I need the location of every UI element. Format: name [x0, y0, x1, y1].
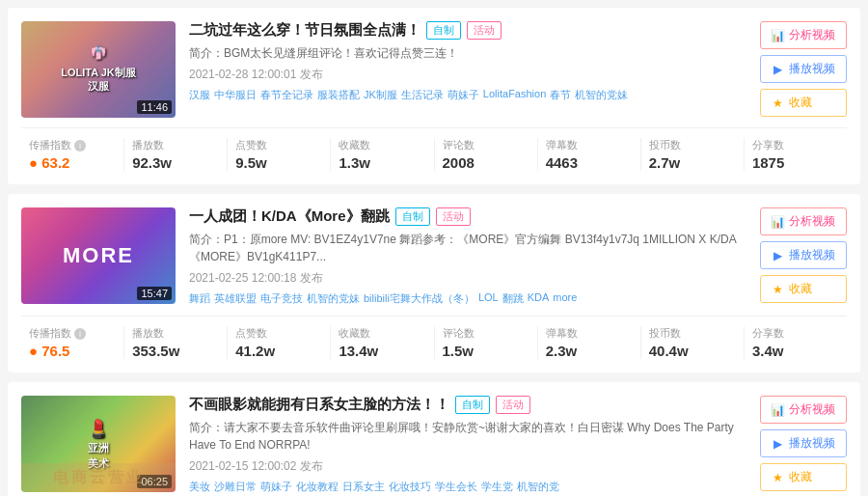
analyze-btn-3[interactable]: 📊 分析视频 [760, 396, 847, 424]
analyze-btn-1[interactable]: 📊 分析视频 [760, 21, 847, 49]
stat-label-danmu-1: 弹幕数 [546, 138, 578, 152]
tag-3-0[interactable]: 美妆 [189, 480, 210, 494]
tag-3-7[interactable]: 学生党 [481, 480, 513, 494]
thumbnail-2[interactable]: MORE 15:47 [21, 207, 176, 304]
stat-label-like-2: 点赞数 [235, 326, 267, 341]
video-desc-2: 简介：P1：原more MV: BV1EZ4y1V7ne 舞蹈参考：《MORE》… [189, 231, 746, 265]
stat-share-1: 分享数 1875 [745, 138, 847, 171]
video-main-1: 👘 LOLITA JK制服 汉服 11:46 二坑过年这么穿！节日氛围全点满！ … [21, 21, 847, 118]
tag-3-3[interactable]: 化妆教程 [296, 480, 339, 494]
stat-label-share-1: 分享数 [752, 138, 784, 152]
tag-3-1[interactable]: 沙雕日常 [214, 480, 257, 494]
main-container: 👘 LOLITA JK制服 汉服 11:46 二坑过年这么穿！节日氛围全点满！ … [0, 0, 868, 496]
duration-1: 11:46 [137, 100, 172, 114]
badge-self-1: 自制 [426, 21, 461, 40]
stat-value-play-1: 92.3w [132, 154, 172, 171]
tag-1-1[interactable]: 中华服日 [214, 88, 257, 102]
stat-value-comment-1: 2008 [443, 154, 475, 171]
video-actions-2: 📊 分析视频 ▶ 播放视频 ★ 收藏 [760, 207, 847, 306]
title-row-1: 二坑过年这么穿！节日氛围全点满！ 自制 活动 [189, 21, 746, 40]
tag-1-6[interactable]: 萌妹子 [448, 88, 479, 102]
stat-value-fav-1: 1.3w [339, 154, 370, 171]
play-icon-1: ▶ [771, 63, 784, 76]
tag-2-5[interactable]: LOL [478, 291, 499, 306]
tag-1-0[interactable]: 汉服 [189, 88, 210, 102]
video-tags-2: 舞蹈 英雄联盟 电子竞技 机智的党妹 bilibili宅舞大作战（冬） LOL … [189, 291, 746, 306]
tag-1-4[interactable]: JK制服 [364, 88, 397, 102]
tag-2-1[interactable]: 英雄联盟 [214, 291, 257, 306]
tag-1-5[interactable]: 生活记录 [401, 88, 444, 102]
stat-value-coin-1: 2.7w [649, 154, 681, 171]
tag-3-8[interactable]: 机智的党 [517, 480, 559, 494]
stat-propagation-1: 传播指数 i ● 63.2 [21, 138, 124, 171]
tag-1-9[interactable]: 机智的党妹 [575, 88, 628, 102]
thumbnail-1[interactable]: 👘 LOLITA JK制服 汉服 11:46 [21, 21, 176, 118]
tag-3-2[interactable]: 萌妹子 [260, 480, 292, 494]
info-icon-prop-1[interactable]: i [74, 140, 86, 152]
stat-label-coin-1: 投币数 [649, 138, 681, 152]
play-icon-2: ▶ [771, 249, 784, 262]
tag-2-7[interactable]: KDA [528, 291, 550, 306]
video-main-2: MORE 15:47 一人成团！K/DA《More》翻跳 自制 活动 简介：P1… [21, 207, 847, 306]
video-main-3: 💄 亚洲 美术 06:25 电商云营业 不画眼影就能拥有日系女主脸的方法！！ 自… [21, 396, 847, 494]
tag-1-3[interactable]: 服装搭配 [317, 88, 360, 102]
stat-play-1: 播放数 92.3w [124, 138, 228, 171]
tag-1-2[interactable]: 春节全记录 [260, 88, 313, 102]
video-title-1: 二坑过年这么穿！节日氛围全点满！ [189, 21, 420, 40]
stat-value-like-1: 9.5w [235, 154, 267, 171]
tag-3-5[interactable]: 化妆技巧 [389, 480, 431, 494]
stat-fav-1: 收藏数 1.3w [331, 138, 434, 171]
stat-value-fav-2: 13.4w [339, 343, 378, 359]
tag-2-4[interactable]: bilibili宅舞大作战（冬） [364, 291, 475, 306]
tag-1-8[interactable]: 春节 [550, 88, 571, 102]
tag-2-6[interactable]: 翻跳 [502, 291, 524, 306]
stat-danmu-1: 弹幕数 4463 [538, 138, 641, 171]
tag-1-7[interactable]: LolitaFashion [483, 88, 546, 102]
stat-fav-2: 收藏数 13.4w [331, 326, 434, 359]
stat-comment-1: 评论数 2008 [435, 138, 538, 171]
info-icon-prop-2[interactable]: i [74, 328, 86, 340]
badge-active-3: 活动 [496, 396, 530, 414]
stat-value-play-2: 353.5w [132, 343, 179, 359]
tag-2-0[interactable]: 舞蹈 [189, 291, 210, 306]
stat-comment-2: 评论数 1.5w [435, 326, 538, 359]
video-date-3: 2021-02-15 12:00:02 发布 [189, 458, 746, 475]
stat-play-2: 播放数 353.5w [124, 326, 228, 359]
collect-btn-2[interactable]: ★ 收藏 [760, 275, 847, 303]
chart-icon-3: 📊 [771, 403, 784, 417]
play-btn-3[interactable]: ▶ 播放视频 [760, 429, 847, 457]
tag-2-3[interactable]: 机智的党妹 [307, 291, 360, 306]
star-icon-2: ★ [771, 283, 784, 296]
video-card-1: 👘 LOLITA JK制服 汉服 11:46 二坑过年这么穿！节日氛围全点满！ … [8, 8, 860, 184]
play-btn-1[interactable]: ▶ 播放视频 [760, 55, 847, 83]
video-title-2: 一人成团！K/DA《More》翻跳 [189, 207, 390, 226]
stat-value-like-2: 41.2w [235, 343, 275, 359]
collect-btn-1[interactable]: ★ 收藏 [760, 89, 847, 117]
collect-btn-3[interactable]: ★ 收藏 [760, 463, 847, 491]
stat-value-danmu-1: 4463 [546, 154, 578, 171]
video-card-3: 💄 亚洲 美术 06:25 电商云营业 不画眼影就能拥有日系女主脸的方法！！ 自… [8, 382, 860, 496]
video-tags-3: 美妆 沙雕日常 萌妹子 化妆教程 日系女主 化妆技巧 学生会长 学生党 机智的党 [189, 480, 746, 494]
stats-row-2: 传播指数 i ● 76.5 播放数 353.5w 点赞数 41.2w 收藏数 1… [21, 316, 847, 359]
tag-2-2[interactable]: 电子竞技 [260, 291, 303, 306]
stat-label-play-1: 播放数 [132, 138, 164, 152]
play-icon-3: ▶ [771, 437, 784, 451]
badge-self-2: 自制 [395, 207, 430, 226]
video-info-2: 一人成团！K/DA《More》翻跳 自制 活动 简介：P1：原more MV: … [189, 207, 746, 306]
stat-label-share-2: 分享数 [752, 326, 784, 341]
tag-2-8[interactable]: more [553, 291, 577, 306]
stat-label-prop-2: 传播指数 i [29, 326, 86, 341]
video-actions-3: 📊 分析视频 ▶ 播放视频 ★ 收藏 [760, 396, 847, 494]
thumbnail-3[interactable]: 💄 亚洲 美术 06:25 电商云营业 [21, 396, 176, 492]
stat-value-coin-2: 40.4w [649, 343, 689, 359]
star-icon-3: ★ [771, 471, 784, 484]
stat-like-1: 点赞数 9.5w [228, 138, 331, 171]
stat-value-prop-2: ● 76.5 [29, 343, 69, 359]
tag-3-4[interactable]: 日系女主 [342, 480, 385, 494]
chart-icon-1: 📊 [771, 29, 784, 42]
play-btn-2[interactable]: ▶ 播放视频 [760, 241, 847, 269]
analyze-btn-2[interactable]: 📊 分析视频 [760, 207, 847, 235]
stat-label-comment-1: 评论数 [443, 138, 475, 152]
tag-3-6[interactable]: 学生会长 [435, 480, 477, 494]
stat-label-danmu-2: 弹幕数 [546, 326, 578, 341]
